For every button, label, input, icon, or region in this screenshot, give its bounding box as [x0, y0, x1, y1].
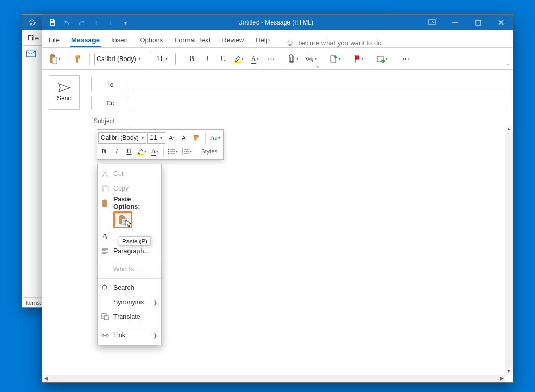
svg-point-46 — [102, 285, 107, 289]
attach-file-button[interactable]: ▾ — [286, 52, 300, 66]
address-area: Send To Cc Subject — [42, 70, 513, 127]
follow-up-button[interactable]: ▾ — [352, 52, 366, 66]
svg-rect-4 — [429, 20, 435, 25]
ctx-paste-options-label: Paste Options: — [98, 196, 161, 210]
ctx-cut: Cut — [98, 167, 161, 181]
mini-underline-button[interactable]: U — [123, 146, 135, 157]
mini-styles-button[interactable]: Aa▾ — [208, 132, 222, 144]
redo-icon[interactable] — [76, 17, 87, 28]
mini-styles-label[interactable]: Styles — [199, 148, 219, 155]
svg-point-30 — [102, 175, 104, 177]
to-field[interactable] — [133, 78, 506, 91]
scroll-left-icon[interactable]: ◀ — [42, 375, 50, 382]
grow-font-button[interactable]: A^ — [166, 132, 178, 144]
ctx-translate[interactable]: a Translate — [98, 310, 161, 324]
tab-file[interactable]: File — [48, 33, 61, 47]
horizontal-scrollbar[interactable]: ◀ ▶ — [42, 375, 505, 382]
tell-me[interactable] — [286, 39, 406, 47]
ctx-synonyms[interactable]: Synonyms ❯ — [98, 295, 161, 310]
qat-customize-icon[interactable]: ▾ — [120, 17, 131, 28]
tab-review[interactable]: Review — [221, 33, 246, 47]
font-name-combo[interactable]: Calibri (Body)▾ — [94, 53, 147, 65]
svg-point-18 — [168, 149, 170, 150]
highlight-button[interactable]: ▾ — [232, 52, 246, 66]
bold-button[interactable]: B — [185, 52, 199, 66]
mini-bold-button[interactable]: B — [98, 146, 110, 157]
vertical-scrollbar[interactable]: ▲ ▼ — [505, 125, 513, 375]
signature-button[interactable]: ▾ — [328, 52, 343, 66]
svg-rect-8 — [289, 45, 290, 46]
mini-numbering-button[interactable]: 123▾ — [180, 146, 193, 157]
ribbon-tabs: File Message Insert Options Format Text … — [42, 30, 513, 48]
mail-icon[interactable] — [26, 50, 36, 57]
minimize-button[interactable] — [444, 15, 467, 30]
save-icon[interactable] — [46, 17, 58, 28]
font-color-button[interactable]: A▾ — [248, 52, 262, 66]
cc-field[interactable] — [133, 97, 506, 110]
paste-button[interactable]: ▾ — [46, 52, 63, 66]
svg-point-31 — [106, 175, 108, 177]
assign-policy-button[interactable]: ▾ — [375, 52, 390, 66]
msg-titlebar: ↑ ↓ ▾ Untitled - Message (HTML) — [42, 15, 513, 30]
mini-font-color-button[interactable]: A▾ — [149, 146, 160, 157]
ctx-search[interactable]: Search — [98, 280, 161, 295]
cursor-icon — [125, 219, 132, 228]
tab-format-text[interactable]: Format Text — [173, 33, 211, 47]
copy-icon — [101, 184, 109, 193]
undo-icon[interactable] — [61, 17, 73, 28]
sync-icon[interactable] — [27, 17, 38, 28]
chevron-right-icon: ❯ — [153, 332, 157, 338]
tab-options[interactable]: Options — [138, 33, 164, 47]
mini-format-painter-button[interactable] — [191, 132, 203, 144]
svg-point-22 — [168, 153, 170, 155]
collapse-ribbon-icon[interactable]: ˄ — [507, 63, 509, 68]
ctx-font-style[interactable]: A x — [98, 229, 161, 244]
up-arrow-icon: ↑ — [90, 17, 102, 28]
format-painter-button[interactable] — [72, 52, 85, 66]
svg-rect-10 — [51, 54, 54, 56]
scroll-up-icon[interactable]: ▲ — [505, 125, 513, 133]
tab-help[interactable]: Help — [254, 33, 271, 47]
ribbon-display-icon[interactable] — [421, 15, 444, 30]
mini-font-name-combo[interactable]: Calibri (Body)▾ — [98, 132, 146, 144]
ctx-paste-keep-source[interactable] — [113, 211, 132, 228]
more-font-button[interactable]: ⋯ — [264, 52, 277, 66]
ctx-paragraph[interactable]: Paragraph... — [98, 244, 161, 258]
italic-button[interactable]: I — [201, 52, 214, 66]
maximize-button[interactable] — [467, 15, 490, 30]
mini-bullets-button[interactable]: ▾ — [166, 146, 179, 157]
scroll-right-icon[interactable]: ▶ — [498, 375, 505, 382]
clipboard-icon — [101, 199, 109, 207]
svg-line-47 — [106, 289, 108, 291]
close-button[interactable] — [490, 15, 513, 30]
context-menu: Cut Copy Paste Options: Paste (P) A x Pa… — [97, 164, 162, 345]
mini-highlight-button[interactable]: ▾ — [136, 146, 148, 157]
ctx-link[interactable]: Link ❯ — [98, 328, 161, 342]
mini-italic-button[interactable]: I — [111, 146, 122, 157]
ctx-copy: Copy — [98, 181, 161, 196]
bg-file-tab[interactable]: File — [28, 34, 39, 42]
scroll-down-icon[interactable]: ▼ — [505, 367, 513, 375]
down-arrow-icon: ↓ — [105, 17, 117, 28]
ctx-who-is: Who Is... — [98, 262, 161, 277]
mini-font-size-combo[interactable]: 11▾ — [147, 132, 165, 144]
shrink-font-button[interactable]: Aˇ — [179, 132, 190, 144]
svg-rect-2 — [51, 20, 53, 21]
svg-point-7 — [288, 41, 292, 45]
cc-button[interactable]: Cc — [91, 97, 129, 110]
to-button[interactable]: To — [91, 78, 129, 91]
underline-button[interactable]: U — [216, 52, 230, 66]
more-commands-button[interactable]: ⋯ — [399, 52, 412, 66]
font-size-combo[interactable]: 11▾ — [154, 53, 176, 65]
ribbon: ▾ Calibri (Body)▾ 11▾ B I U ▾ A▾ ⋯ ▾ ▾ ▾… — [42, 48, 513, 70]
dialog-launcher-icon[interactable]: ↘ — [315, 64, 319, 69]
tab-message[interactable]: Message — [70, 33, 101, 47]
bulb-icon — [286, 40, 294, 47]
svg-text:3: 3 — [182, 152, 183, 155]
tell-me-input[interactable] — [297, 39, 406, 47]
send-button[interactable]: Send — [49, 75, 80, 110]
text-caret — [49, 129, 49, 138]
paragraph-icon — [101, 247, 109, 255]
tab-insert[interactable]: Insert — [110, 33, 130, 47]
svg-rect-34 — [102, 200, 107, 207]
